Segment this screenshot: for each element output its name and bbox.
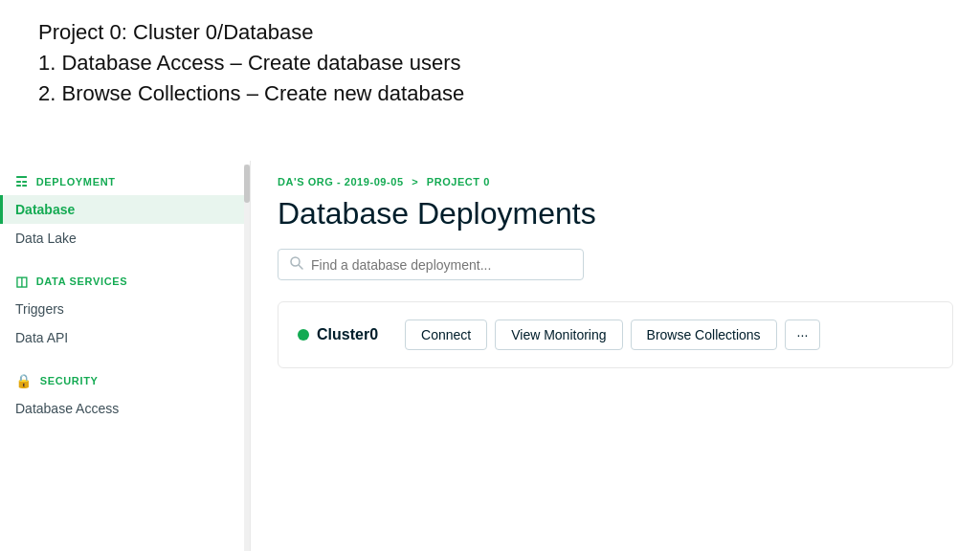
page-title: Database Deployments [278,195,953,231]
sidebar-section-deployment: ☶ DEPLOYMENT [0,165,250,195]
sidebar-item-database[interactable]: Database [0,195,250,224]
status-dot [298,329,309,341]
cluster-actions: Connect View Monitoring Browse Collectio… [405,320,820,350]
connect-button[interactable]: Connect [405,320,487,350]
annotation-line1: Project 0: Cluster 0/Database [38,17,942,48]
annotation-line2: 1. Database Access – Create database use… [38,48,942,78]
sidebar-section-security: 🔒 SECURITY [0,364,250,394]
sidebar-item-database-access-label: Database Access [15,401,119,416]
security-section-label: SECURITY [40,375,99,386]
sidebar-divider-2 [0,352,250,364]
sidebar-inner: ☶ DEPLOYMENT Database Data Lake ◫ DATA S… [0,165,250,551]
sidebar-item-data-api[interactable]: Data API [0,323,250,352]
cluster-status: Cluster0 [298,326,378,343]
breadcrumb-project: PROJECT 0 [427,176,490,187]
app-container: ☶ DEPLOYMENT Database Data Lake ◫ DATA S… [0,161,980,551]
sidebar-item-data-api-label: Data API [15,330,68,345]
cluster-name: Cluster0 [317,326,378,343]
main-content: DA'S ORG - 2019-09-05 > PROJECT 0 Databa… [251,161,980,551]
sidebar-item-database-label: Database [15,202,75,217]
sidebar-divider-1 [0,253,250,264]
annotation-line3: 2. Browse Collections – Create new datab… [38,78,942,109]
more-options-button[interactable]: ··· [785,320,821,350]
data-services-section-label: DATA SERVICES [36,276,128,287]
breadcrumb-separator: > [412,176,418,187]
sidebar-item-triggers-label: Triggers [15,301,64,317]
svg-point-0 [291,257,300,266]
sidebar-item-database-access[interactable]: Database Access [0,394,250,423]
search-icon [290,256,303,273]
breadcrumb: DA'S ORG - 2019-09-05 > PROJECT 0 [278,176,953,187]
view-monitoring-button[interactable]: View Monitoring [495,320,622,350]
sidebar-section-data-services: ◫ DATA SERVICES [0,264,250,295]
deployment-section-label: DEPLOYMENT [36,176,116,187]
sidebar-item-data-lake-label: Data Lake [15,231,77,246]
sidebar-item-data-lake[interactable]: Data Lake [0,224,250,253]
scrollbar-thumb[interactable] [244,165,250,203]
cluster-card: Cluster0 Connect View Monitoring Browse … [278,301,953,368]
data-services-icon: ◫ [15,274,29,289]
search-bar [278,249,584,280]
sidebar-item-triggers[interactable]: Triggers [0,295,250,323]
security-icon: 🔒 [15,373,33,388]
sidebar: ☶ DEPLOYMENT Database Data Lake ◫ DATA S… [0,161,251,551]
svg-line-1 [300,266,303,270]
breadcrumb-org: DA'S ORG - 2019-09-05 [278,176,404,187]
browse-collections-button[interactable]: Browse Collections [631,320,777,350]
search-input[interactable] [311,257,571,273]
annotation-overlay: Project 0: Cluster 0/Database 1. Databas… [0,0,980,121]
deployment-icon: ☶ [15,174,29,189]
